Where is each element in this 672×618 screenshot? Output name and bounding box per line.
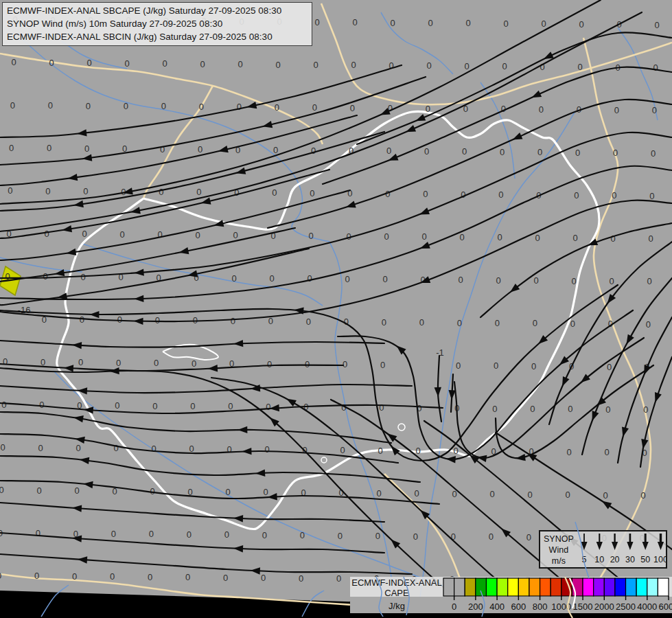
index-value: 0 <box>43 271 48 282</box>
index-value: 0 <box>575 148 580 158</box>
index-value: 0 <box>154 358 159 368</box>
title-line-sbcin: ECMWF-INDEX-ANAL SBCIN (J/kg) Saturday 2… <box>7 30 308 43</box>
index-value: 0 <box>643 404 648 415</box>
index-value: 0 <box>386 146 391 156</box>
wind-speed-label: 5 <box>581 555 586 564</box>
index-value: 0 <box>415 488 419 499</box>
cape-tick-label: 4000 <box>637 602 657 612</box>
down-arrow-icon <box>581 542 587 550</box>
index-value: 0 <box>80 314 84 325</box>
index-value: 0 <box>195 230 200 240</box>
index-value: 0 <box>653 62 658 73</box>
index-value: 0 <box>380 360 385 370</box>
index-value: 0 <box>0 485 4 495</box>
index-value: 0 <box>351 60 356 70</box>
index-value: 0 <box>613 148 618 158</box>
index-value: 0 <box>115 400 119 411</box>
index-value: 0 <box>465 61 470 71</box>
index-value: 0 <box>305 359 310 369</box>
index-value: 0 <box>270 273 275 284</box>
index-value: 0 <box>300 530 305 540</box>
index-value: 0 <box>116 358 121 368</box>
index-value: 0 <box>457 318 462 328</box>
index-value: 0 <box>503 19 508 29</box>
index-value: 0 <box>12 57 16 67</box>
cape-tick-label: 1500 <box>573 602 593 612</box>
index-value: 0 <box>375 531 380 541</box>
down-arrow-icon <box>627 542 633 550</box>
index-value: 0 <box>149 529 154 539</box>
index-value: 0 <box>308 231 313 241</box>
wind-speed-label: 10 <box>594 555 604 564</box>
index-value: 0 <box>651 148 656 159</box>
index-value: 0 <box>187 529 192 540</box>
index-value: 0 <box>424 146 429 157</box>
index-value: 0 <box>607 362 612 372</box>
weather-map: 0000000000000000000000000000000000000000… <box>0 0 672 618</box>
index-value: 0 <box>308 273 312 284</box>
cape-swatch <box>636 578 647 596</box>
index-value: 0 <box>346 231 351 242</box>
title-line-wind: SYNOP Wind (m/s) 10m Saturday 27-09-2025… <box>7 17 308 30</box>
index-value: 0 <box>498 190 503 200</box>
index-value: 0 <box>413 531 418 542</box>
index-value: 0 <box>340 445 345 455</box>
index-value: 0 <box>421 231 426 242</box>
index-value: 0 <box>382 317 386 328</box>
cape-swatch <box>443 578 454 596</box>
index-value: 0 <box>9 143 14 153</box>
index-value: 0 <box>384 231 389 242</box>
cape-tick-label: 400 <box>489 602 505 612</box>
index-value: 0 <box>338 531 343 541</box>
index-value: 0 <box>572 233 577 243</box>
cape-swatch <box>615 578 626 596</box>
index-value: 0 <box>489 531 494 542</box>
cape-swatch <box>551 578 561 596</box>
index-value: 0 <box>566 490 570 500</box>
index-value: 0 <box>648 233 653 244</box>
index-value: 0 <box>39 400 44 410</box>
index-value: 0 <box>119 229 124 240</box>
index-value: 0 <box>36 528 40 538</box>
index-value: 0 <box>649 191 654 201</box>
index-value: 0 <box>490 489 495 499</box>
index-value: 0 <box>530 404 535 414</box>
index-value: 0 <box>44 229 49 239</box>
index-value: 0 <box>603 490 608 501</box>
index-value: 0 <box>456 360 461 371</box>
index-value: 0 <box>570 319 575 329</box>
cape-swatch <box>561 578 572 596</box>
index-value: 0 <box>604 447 609 457</box>
index-value: 0 <box>267 359 272 369</box>
index-value: 0 <box>345 274 350 284</box>
index-value: 0 <box>459 275 463 285</box>
index-value: 0 <box>38 443 43 453</box>
wind-legend: SYNOP Wind m/s 510203050100 <box>539 530 667 569</box>
index-value: 0 <box>76 443 80 453</box>
index-value: 0 <box>163 58 167 69</box>
index-value: 0 <box>231 316 235 326</box>
index-value: 0 <box>82 229 86 239</box>
wind-speed-label: 100 <box>653 555 666 564</box>
down-arrow-icon <box>612 542 618 550</box>
index-value: 0 <box>45 186 50 196</box>
index-value: 0 <box>228 401 233 411</box>
index-value: 0 <box>261 573 266 583</box>
cape-legend: ECMWF-INDEX-ANALCAPEJ/kg0200400600800100… <box>350 577 672 618</box>
index-value: 0 <box>379 402 384 413</box>
cape-swatch <box>604 578 615 596</box>
index-value: 0 <box>306 317 311 327</box>
index-value: 0 <box>84 144 89 154</box>
index-value: 0 <box>314 60 318 70</box>
index-value: 0 <box>87 58 92 68</box>
cape-legend-title-line: CAPE <box>384 588 409 598</box>
index-value: 0 <box>151 444 156 454</box>
index-value: 0 <box>272 187 277 198</box>
index-value: 0 <box>192 358 196 369</box>
index-value: 0 <box>37 485 42 496</box>
title-line-sbcape: ECMWF-INDEX-ANAL SBCAPE (J/kg) Saturday … <box>7 4 308 17</box>
index-value: 0 <box>232 273 237 284</box>
index-value: 0 <box>199 102 204 112</box>
index-value: 0 <box>579 19 583 30</box>
index-value: 0 <box>541 19 546 29</box>
